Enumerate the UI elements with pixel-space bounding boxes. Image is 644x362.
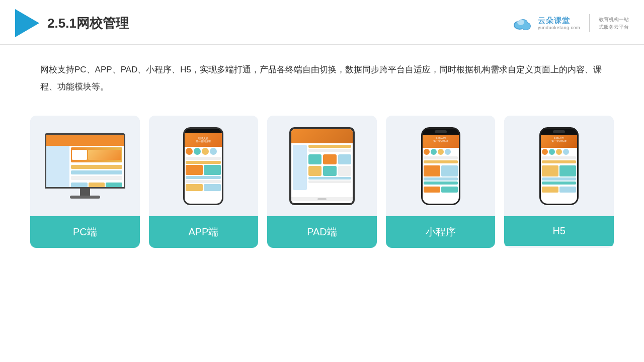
card-miniapp: 职场人的第一堂训练课: [386, 116, 496, 248]
card-app-label: APP端: [149, 216, 259, 248]
header-right: 云朵课堂 yunduoketang.com 教育机构一站式服务云平台: [511, 14, 629, 32]
miniapp-phone-mockup: 职场人的第一堂训练课: [421, 127, 460, 205]
pc-mockup: [45, 133, 125, 199]
logo-text-block: 云朵课堂 yunduoketang.com: [538, 16, 580, 31]
card-pc: PC端: [30, 116, 140, 248]
svg-point-6: [517, 19, 524, 25]
h5-phone-mockup: 职场人的第一堂训练课: [539, 127, 579, 205]
card-pad: PAD端: [267, 116, 377, 248]
tablet-mockup: [289, 127, 355, 205]
header-left: 2.5.1网校管理: [15, 9, 129, 37]
description-text: 网校支持PC、APP、PAD、小程序、H5，实现多端打通，产品各终端自由切换，数…: [0, 45, 644, 106]
logo-divider: [589, 14, 590, 32]
cloud-logo: 云朵课堂 yunduoketang.com: [511, 14, 580, 32]
cloud-icon: [511, 14, 535, 32]
card-pad-image: [267, 116, 377, 216]
card-miniapp-image: 职场人的第一堂训练课: [386, 116, 496, 216]
page-title: 2.5.1网校管理: [47, 15, 129, 32]
card-miniapp-label: 小程序: [386, 216, 496, 248]
header: 2.5.1网校管理 云朵课堂 yunduoketang.com 教育机构一站式服…: [0, 0, 644, 45]
card-h5-label: H5: [504, 216, 614, 246]
brand-triangle-icon: [15, 9, 39, 37]
card-app: 职场人的第一堂训练课: [149, 116, 259, 248]
logo-main-text: 云朵课堂: [538, 16, 570, 25]
logo-sub-text: yunduoketang.com: [538, 25, 580, 31]
card-h5-image: 职场人的第一堂训练课: [504, 116, 614, 216]
card-pc-label: PC端: [30, 216, 140, 248]
cards-container: PC端 职场人的第一堂训练课: [0, 106, 644, 263]
app-phone-mockup: 职场人的第一堂训练课: [183, 127, 223, 205]
card-h5: 职场人的第一堂训练课: [504, 116, 614, 248]
pc-screen: [45, 133, 125, 189]
card-pad-label: PAD端: [267, 216, 377, 248]
logo-tagline: 教育机构一站式服务云平台: [599, 16, 629, 31]
card-pc-image: [30, 116, 140, 216]
card-app-image: 职场人的第一堂训练课: [149, 116, 259, 216]
